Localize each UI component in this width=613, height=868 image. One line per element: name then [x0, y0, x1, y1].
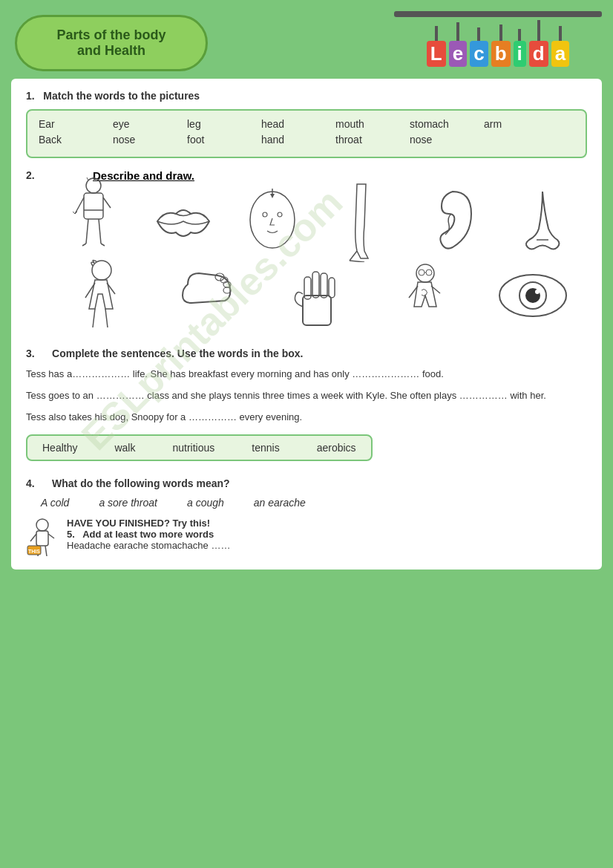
- title-pill: Parts of the body and Health: [15, 15, 208, 71]
- section1-instruction: Match the words to the pictures: [43, 90, 200, 102]
- ailment-sore-throat: a sore throat: [99, 497, 157, 509]
- section2-header-row: 2. Describe and draw.: [26, 169, 587, 336]
- svg-point-20: [92, 261, 111, 280]
- svg-line-3: [99, 177, 100, 180]
- finished-instruction: 5. Add at least two more words: [67, 529, 230, 540]
- section2: 2. Describe and draw.: [26, 169, 587, 336]
- box-word-aerobics: aerobics: [317, 442, 356, 454]
- section1-title: 1. Match the words to the pictures: [26, 90, 587, 102]
- svg-line-6: [86, 219, 88, 244]
- logo-area: L e c b i: [390, 7, 606, 71]
- svg-rect-32: [321, 273, 327, 298]
- svg-line-23: [93, 309, 95, 327]
- ailment-cold: A cold: [41, 497, 69, 509]
- finished-title: HAVE YOU FINISHED? Try this!: [67, 518, 230, 529]
- svg-point-15: [263, 212, 267, 217]
- svg-text:THIS: THIS: [28, 549, 40, 554]
- img-ear: [416, 188, 490, 255]
- svg-line-12: [82, 244, 86, 246]
- ailment-earache: an earache: [254, 497, 306, 509]
- svg-line-1: [87, 177, 88, 180]
- ailment-cough: a cough: [187, 497, 224, 509]
- section1: 1. Match the words to the pictures Ear e…: [26, 90, 587, 158]
- svg-line-47: [48, 534, 54, 538]
- svg-line-8: [75, 198, 84, 214]
- ailments-row: A cold a sore throat a cough an earache: [41, 497, 587, 509]
- svg-rect-29: [303, 296, 331, 325]
- section5-number: 5.: [67, 529, 75, 540]
- box-word-walk: walk: [114, 442, 135, 454]
- svg-line-10: [73, 212, 75, 214]
- sentence1: Tess has a……………… life. She has breakfast…: [26, 367, 587, 382]
- finished-text: HAVE YOU FINISHED? Try this! 5. Add at l…: [67, 518, 230, 551]
- title-line2: and Health: [39, 43, 183, 59]
- word-stomach: stomach: [410, 118, 454, 130]
- section4-number: 4.: [26, 477, 35, 489]
- word-row-2: Back nose foot hand throat nose: [39, 134, 574, 146]
- img-person2: [65, 262, 140, 329]
- logo-d: d: [529, 41, 548, 67]
- svg-marker-18: [270, 194, 275, 198]
- svg-rect-31: [312, 272, 319, 298]
- word-nose2: nose: [410, 134, 454, 146]
- svg-rect-4: [84, 193, 103, 219]
- logo-c: c: [470, 41, 488, 67]
- svg-line-24: [105, 309, 108, 327]
- svg-line-46: [30, 534, 36, 541]
- word-throat: throat: [335, 134, 380, 146]
- section5-words: Headache earache stomachache ……: [67, 540, 230, 551]
- svg-point-36: [426, 270, 432, 275]
- word-nose: nose: [113, 134, 157, 146]
- box-word-tennis: tennis: [252, 442, 279, 454]
- section4-instruction: What do the following words mean?: [52, 477, 230, 489]
- box-word-nutritious: nutritious: [172, 442, 214, 454]
- svg-point-43: [535, 290, 540, 294]
- img-nose: [505, 188, 580, 255]
- sentence3: Tess also takes his dog, Snoopy for a ………: [26, 410, 587, 425]
- word-row-1: Ear eye leg head mouth stomach arm: [39, 118, 574, 130]
- word-box: Ear eye leg head mouth stomach arm Back …: [26, 109, 587, 158]
- logo-e: e: [449, 41, 467, 67]
- img-stomach: [388, 262, 462, 329]
- img-fullbody: [56, 188, 131, 255]
- img-eye: [496, 262, 570, 329]
- img-foot: [173, 262, 247, 329]
- section3-instruction: Complete the sentences. Use the words in…: [52, 347, 303, 359]
- svg-point-35: [419, 270, 424, 275]
- svg-point-14: [250, 192, 295, 248]
- section3: 3. Complete the sentences. Use the words…: [26, 347, 587, 469]
- finished-icon: THIS: [26, 518, 59, 558]
- img-hand: [281, 262, 355, 329]
- img-lips: [146, 188, 220, 255]
- answer-box: Healthy walk nutritious tennis aerobics: [26, 434, 373, 461]
- svg-line-9: [103, 198, 111, 208]
- svg-line-7: [99, 219, 101, 244]
- section5-inst-text: Add at least two more words: [82, 529, 214, 540]
- svg-rect-33: [329, 278, 335, 298]
- sentence2: Tess goes to an …………… class and she play…: [26, 388, 587, 404]
- section5: THIS HAVE YOU FINISHED? Try this! 5. Add…: [26, 518, 587, 558]
- svg-line-13: [101, 244, 105, 246]
- logo-b: b: [491, 41, 511, 67]
- logo-i: i: [514, 41, 526, 67]
- word-arm: arm: [484, 118, 528, 130]
- svg-point-44: [36, 519, 48, 531]
- section2-content: Describe and draw.: [48, 169, 587, 336]
- images-row-1: [48, 188, 587, 255]
- word-head: head: [261, 118, 306, 130]
- page: Parts of the body and Health L e: [0, 0, 613, 868]
- word-eye: eye: [113, 118, 157, 130]
- img-head: [236, 188, 310, 255]
- header-area: Parts of the body and Health L e: [7, 7, 606, 71]
- word-hand: hand: [261, 134, 306, 146]
- section2-number: 2.: [26, 169, 48, 181]
- logo-a: a: [551, 41, 569, 67]
- section4: 4. What do the following words mean? A c…: [26, 477, 587, 509]
- section1-number: 1.: [26, 90, 35, 102]
- svg-point-16: [278, 212, 282, 217]
- logo-l: L: [427, 41, 446, 67]
- title-line1: Parts of the body: [39, 27, 183, 43]
- svg-rect-45: [36, 531, 48, 546]
- word-ear: Ear: [39, 118, 83, 130]
- img-leg: [326, 188, 400, 255]
